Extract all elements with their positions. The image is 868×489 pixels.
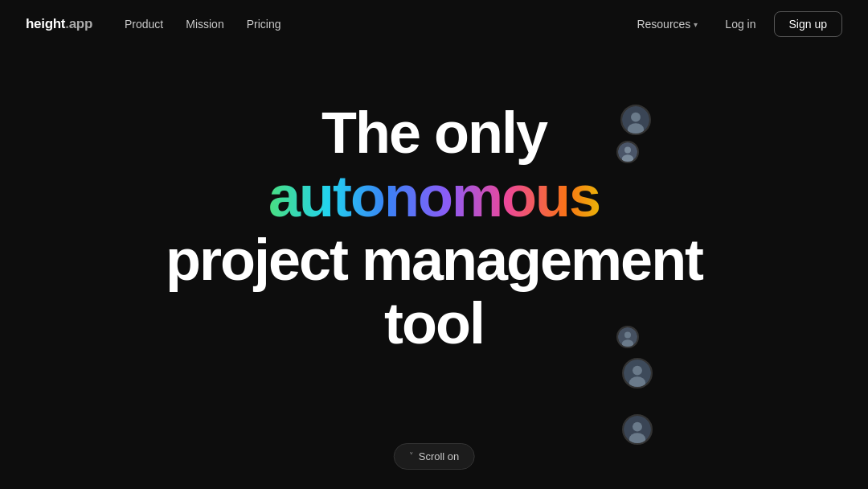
hero-line1: The only autonomous xyxy=(153,101,715,228)
nav-product[interactable]: Product xyxy=(115,13,173,35)
resources-chevron: ▾ xyxy=(694,20,698,29)
scroll-button[interactable]: ˅ Scroll on xyxy=(394,443,475,470)
resources-label: Resources xyxy=(637,18,690,31)
scroll-label: Scroll on xyxy=(419,450,460,462)
hero-section: The only autonomous project management t… xyxy=(0,0,868,489)
nav-right: Resources ▾ Log in Sign up xyxy=(627,11,842,37)
nav-mission[interactable]: Mission xyxy=(176,13,233,35)
resources-dropdown[interactable]: Resources ▾ xyxy=(627,13,707,35)
nav-pricing[interactable]: Pricing xyxy=(237,13,291,35)
logo-app: app xyxy=(69,16,92,31)
hero-autonomous-word: autonomous xyxy=(268,164,600,228)
hero-line2: project management tool xyxy=(153,228,715,355)
nav-links: Product Mission Pricing xyxy=(115,13,627,35)
logo-text: height.app xyxy=(26,16,92,32)
navigation: height.app Product Mission Pricing Resou… xyxy=(0,0,868,48)
hero-line1-text: The only xyxy=(321,101,547,165)
scroll-chevron-icon: ˅ xyxy=(409,451,414,462)
logo[interactable]: height.app xyxy=(26,16,92,32)
logo-height: height xyxy=(26,16,65,31)
signup-button[interactable]: Sign up xyxy=(774,11,842,37)
hero-heading: The only autonomous project management t… xyxy=(153,101,715,356)
login-button[interactable]: Log in xyxy=(714,13,767,35)
